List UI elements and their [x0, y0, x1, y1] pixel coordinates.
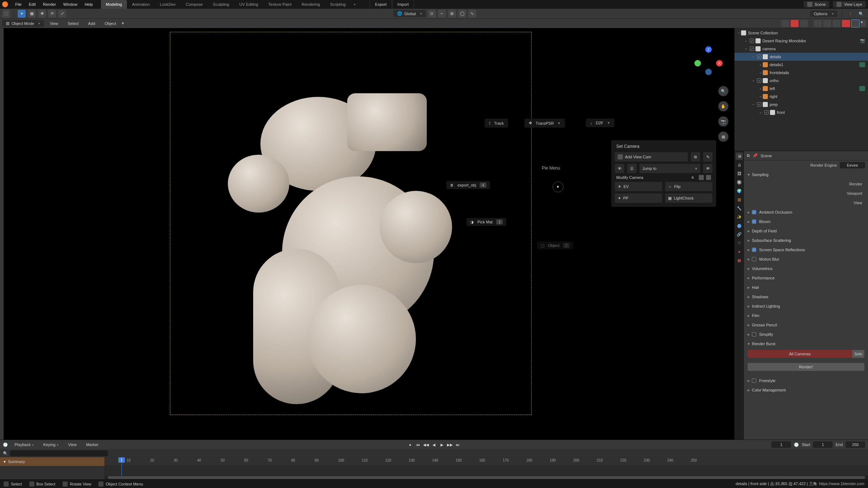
tool-scale[interactable]: ⤢ [58, 10, 66, 18]
section-subsurface-scattering[interactable]: ▶Subsurface Scattering [744, 236, 868, 245]
jump-end-icon[interactable]: ⏭ [455, 442, 461, 448]
ptab-object[interactable]: ▥ [736, 196, 743, 203]
section-depth-of-field[interactable]: ▶Depth of Field [744, 226, 868, 236]
keyframe-next-icon[interactable]: ▶▶ [447, 442, 453, 448]
transform-orientation[interactable]: 🌐Global [393, 10, 426, 17]
preview-range-icon[interactable]: 🕘 [794, 442, 799, 447]
export-obj-tag[interactable]: 🗎export_obj4 [446, 181, 490, 189]
outliner-row[interactable]: ▾✓prep [735, 100, 868, 108]
shading-solid[interactable] [833, 20, 841, 27]
mode-dropdown[interactable]: ▥Object Mode [2, 20, 44, 27]
viewlayer-selector[interactable]: View Laye [833, 1, 866, 8]
timeline-scrollbar[interactable] [105, 476, 868, 479]
tool-select-box[interactable]: ▦ [28, 10, 36, 18]
visibility-checkbox[interactable]: ✓ [750, 47, 754, 51]
section-shadows[interactable]: ▶Shadows [744, 292, 868, 301]
copy-icon[interactable] [699, 175, 704, 180]
workspace-uv[interactable]: UV Editing [234, 0, 263, 9]
ev-button[interactable]: ☀EV [615, 182, 662, 191]
header-view[interactable]: View [46, 19, 62, 28]
section-freestyle[interactable]: ▶Freestyle [744, 376, 868, 385]
timeline-search-input[interactable] [10, 450, 108, 456]
tl-marker[interactable]: Marker [83, 442, 101, 447]
snap-toggle[interactable]: ⌁ [438, 10, 446, 18]
end-frame[interactable]: 250 [846, 441, 865, 448]
outliner-row[interactable]: ▸frontdetails [735, 69, 868, 77]
section-checkbox[interactable]: ✓ [752, 219, 756, 224]
render-button[interactable]: Render! [748, 363, 864, 371]
timeline-type-icon[interactable]: 🕘 [3, 442, 8, 447]
outliner-filter-icon[interactable]: ⋮ [846, 10, 854, 18]
scene-selector[interactable]: Scene [804, 1, 829, 8]
track-button[interactable]: ⟟Track [485, 119, 508, 128]
visibility-checkbox[interactable]: ✓ [764, 110, 769, 115]
start-frame[interactable]: 1 [813, 441, 833, 448]
d2f-button[interactable]: ↓D2F▼ [586, 119, 614, 127]
outliner-row[interactable]: ▸✓Desert Racing Monobike📷 [735, 37, 868, 45]
menu-edit[interactable]: Edit [25, 0, 39, 9]
section-colormgmt[interactable]: ▶Color Management [744, 385, 868, 395]
ptab-texture[interactable]: ▦ [736, 257, 743, 264]
workspace-modeling[interactable]: Modeling [101, 0, 127, 9]
paste-icon[interactable] [706, 175, 711, 180]
summary-row[interactable]: ▾ Summary [0, 457, 105, 466]
outliner-row[interactable]: ▾✓camera [735, 45, 868, 53]
cam-prev-icon[interactable]: 👁 [615, 164, 624, 173]
ptab-data[interactable]: ▽ [736, 239, 743, 247]
outliner-row[interactable]: ▸left [735, 85, 868, 93]
outliner-root[interactable]: ▾ Scene Collection [735, 29, 868, 37]
shading-rendered[interactable] [851, 20, 859, 27]
visibility-checkbox[interactable]: ✓ [757, 78, 761, 83]
section-film[interactable]: ▶Film [744, 311, 868, 320]
pp-button[interactable]: ✦PP [615, 193, 662, 203]
perspective-icon[interactable]: ▦ [718, 132, 728, 142]
autokey-icon[interactable]: ● [407, 442, 413, 448]
tl-view[interactable]: View [65, 442, 80, 447]
section-checkbox[interactable]: ✓ [752, 248, 756, 252]
section-ambient-occlusion[interactable]: ▶✓Ambient Occlusion [744, 207, 868, 217]
snap-dropdown[interactable]: ⊞ [448, 10, 456, 18]
tool-rotate[interactable]: ⟳ [48, 10, 56, 18]
ptab-physics[interactable]: ⬤ [736, 222, 743, 229]
header-add[interactable]: Add [85, 19, 99, 28]
menu-file[interactable]: File [12, 0, 25, 9]
outliner-row[interactable]: ▸✓front [735, 108, 868, 116]
ptab-render[interactable]: 🖥 [736, 153, 743, 160]
header-dropdown[interactable]: ▾ [122, 21, 128, 26]
workspace-texpaint[interactable]: Texture Paint [263, 0, 297, 9]
pie-menu-center[interactable] [553, 181, 563, 192]
object-tag[interactable]: ▢Object2 [537, 241, 573, 249]
current-frame[interactable]: 1 [771, 441, 791, 448]
ptab-constraints[interactable]: 🔗 [736, 231, 743, 238]
nav-gizmo[interactable]: Z X [694, 46, 723, 75]
toolbar-options[interactable]: Options [810, 10, 837, 17]
workspace-animation[interactable]: Animation [127, 0, 155, 9]
ptab-output[interactable]: 🖨 [736, 161, 743, 168]
transpsr-button[interactable]: ✥TransPSR▼ [524, 119, 565, 128]
workspace-compose[interactable]: Compose [181, 0, 208, 9]
lightcheck-button[interactable]: ▦LightCheck [665, 193, 712, 203]
tool-cursor[interactable]: ➤ [18, 10, 26, 18]
ptab-scene[interactable]: 🔘 [736, 179, 743, 186]
ptab-material[interactable]: ● [736, 248, 743, 255]
pan-icon[interactable]: ✋ [718, 101, 728, 111]
ptab-world[interactable]: 🌍 [736, 187, 743, 194]
timeline-cursor-head[interactable]: 1 [118, 457, 125, 463]
visibility-checkbox[interactable]: ✓ [757, 55, 761, 59]
editor-type-dropdown[interactable]: ⬚ [2, 10, 10, 18]
outliner-row[interactable]: ▾✓ortho [735, 77, 868, 85]
section-grease-pencil[interactable]: ▶Grease Pencil [744, 320, 868, 330]
section-bloom[interactable]: ▶✓Bloom [744, 217, 868, 226]
section-sampling[interactable]: ▶Sampling [744, 170, 868, 179]
section-checkbox[interactable] [752, 332, 756, 337]
play-rev-icon[interactable]: ◀ [431, 442, 437, 448]
visibility-toggle[interactable] [781, 20, 789, 27]
section-render-burst[interactable]: ▶Render Burst [744, 339, 868, 348]
workspace-scripting[interactable]: Scripting [325, 0, 351, 9]
outliner-row[interactable]: ▸right [735, 93, 868, 100]
jump-to-dropdown[interactable]: Jump to▾ [639, 164, 700, 173]
visibility-checkbox[interactable]: ✓ [757, 102, 761, 107]
section-volumetrics[interactable]: ▶Volumetrics [744, 264, 868, 273]
outliner-search-icon[interactable]: 🔍 [857, 10, 865, 18]
section-indirect-lighting[interactable]: ▶Indirect Lighting [744, 301, 868, 311]
